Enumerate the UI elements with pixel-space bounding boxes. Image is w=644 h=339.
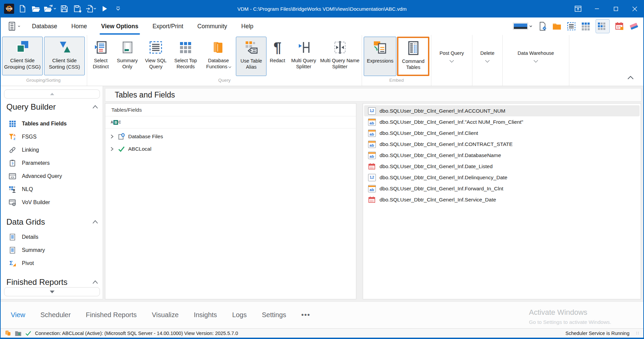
- sidebar-section-finished-reports[interactable]: Finished Reports: [6, 277, 98, 288]
- match-case-abc-icon[interactable]: ABC: [111, 120, 121, 125]
- multi-query-name-splitter-icon: [332, 40, 348, 55]
- bottom-tab-logs[interactable]: Logs: [232, 311, 247, 319]
- field-row[interactable]: dbo.SQLUser_Dbtr_Clnt_Generl_Inf.Date_Li…: [364, 161, 640, 172]
- filter-sort-icon: AZ: [9, 133, 16, 141]
- post-query-dropdown-button[interactable]: Post Query: [431, 35, 472, 86]
- tab-view-options[interactable]: View Options: [94, 17, 146, 35]
- chevron-up-icon: [627, 76, 634, 80]
- navigation-pane-button[interactable]: [4, 17, 25, 35]
- select-top-records-button[interactable]: Select Top Records: [170, 37, 201, 76]
- tree-node-database-files[interactable]: Database Files: [105, 130, 356, 143]
- field-row[interactable]: ab dbo.SQLUser_Dbtr_Clnt_Generl_Inf.Clie…: [364, 127, 640, 139]
- field-label: dbo.SQLUser_Dbtr_Clnt_Generl_Inf.ACCOUNT…: [380, 108, 505, 114]
- bottom-tab-settings[interactable]: Settings: [262, 311, 286, 319]
- sidebar-item-label: Tables and Fields: [22, 121, 67, 127]
- bottom-tab-view[interactable]: View: [11, 311, 25, 319]
- clear-view-button[interactable]: [629, 20, 639, 33]
- tab-community[interactable]: Community: [190, 17, 235, 35]
- grid-view-selected-button[interactable]: [596, 19, 610, 33]
- tab-home[interactable]: Home: [64, 17, 94, 35]
- field-label: dbo.SQLUser_Dbtr_Clnt_Generl_Inf.Databas…: [380, 152, 501, 158]
- field-row[interactable]: ab dbo.SQLUser_Dbtr_Clnt_Generl_Inf."Acc…: [364, 116, 640, 127]
- theme-selector[interactable]: [513, 20, 533, 33]
- tab-help[interactable]: Help: [234, 17, 260, 35]
- view-sql-query-label: View SQL Query: [142, 58, 170, 70]
- sidebar-scroll-up-button[interactable]: [4, 89, 100, 99]
- bottom-tab-more[interactable]: •••: [301, 311, 311, 319]
- tab-export-print[interactable]: Export/Print: [145, 17, 190, 35]
- sidebar-scroll-down-button[interactable]: [4, 287, 100, 296]
- delete-dropdown-button[interactable]: Delete: [472, 35, 503, 86]
- svg-text:A: A: [13, 134, 16, 137]
- sidebar-section-query-builder[interactable]: Query Builder: [6, 102, 98, 112]
- chevron-right-icon[interactable]: [109, 134, 115, 139]
- open-recent-icon: [44, 5, 53, 13]
- bottom-tab-scheduler[interactable]: Scheduler: [40, 311, 71, 319]
- sidebar-item-pivot[interactable]: Σ Pivot: [1, 257, 103, 270]
- open-view-folder-button[interactable]: [552, 20, 562, 33]
- command-tables-button[interactable]: Command Tables: [397, 37, 429, 76]
- window-controls: [569, 0, 644, 17]
- view-settings-button[interactable]: [538, 20, 547, 33]
- sidebar-item-advanced-query[interactable]: <> Advanced Query: [1, 170, 103, 183]
- open-recent-button[interactable]: [44, 2, 57, 15]
- resize-grip[interactable]: ∷: [636, 331, 639, 336]
- sidebar-item-details[interactable]: Details: [1, 231, 103, 243]
- sidebar-item-parameters[interactable]: ? Parameters: [1, 157, 103, 170]
- ribbon-display-options-button[interactable]: [569, 0, 587, 17]
- minimize-button[interactable]: [587, 0, 606, 17]
- multi-query-splitter-button[interactable]: Multi Query Splitter: [288, 37, 319, 76]
- view-sql-query-button[interactable]: View SQL Query: [142, 37, 170, 76]
- select-distinct-button[interactable]: Select Distinct: [89, 37, 113, 76]
- vdm-logo-icon: ⚙VDM: [4, 4, 14, 14]
- sidebar-item-label: Summary: [22, 247, 45, 253]
- sidebar-item-tables-and-fields[interactable]: Tables and Fields: [1, 117, 103, 130]
- sidebar-item-linking[interactable]: Linking: [1, 144, 103, 156]
- new-file-button[interactable]: [17, 2, 28, 15]
- grid-view-button[interactable]: [581, 20, 591, 33]
- field-row[interactable]: ab dbo.SQLUser_Dbtr_Clnt_Generl_Inf.Data…: [364, 150, 640, 161]
- redact-button[interactable]: ¶ Redact: [267, 37, 288, 76]
- data-warehouse-dropdown-button[interactable]: Data Warehouse: [503, 35, 569, 86]
- app-menu-button[interactable]: ⚙VDM: [3, 2, 15, 15]
- sidebar-item-nlq[interactable]: NLQ: [1, 183, 103, 196]
- select-top-records-icon: [179, 40, 193, 54]
- client-side-sorting-button[interactable]: Client Side Sorting (CSS): [44, 37, 85, 75]
- collapse-ribbon-button[interactable]: [627, 75, 634, 81]
- tree-node-abclocal[interactable]: ABCLocal: [105, 143, 356, 155]
- bottom-tab-visualize[interactable]: Visualize: [152, 311, 179, 319]
- multi-query-name-splitter-button[interactable]: Multi Query Name Splitter: [320, 37, 360, 76]
- field-row[interactable]: 1,2 dbo.SQLUser_Dbtr_Clnt_Generl_Inf.Del…: [364, 172, 640, 183]
- database-functions-button[interactable]: Database Functions: [202, 37, 235, 76]
- sidebar-item-fsgs[interactable]: AZ FSGS: [1, 130, 103, 143]
- chevron-right-icon[interactable]: [109, 146, 115, 152]
- use-table-alias-button[interactable]: Use Table Alias: [236, 37, 266, 76]
- client-side-grouping-button[interactable]: Client Side Grouping (CSG): [2, 37, 43, 75]
- chevron-up-icon: [93, 220, 98, 224]
- export-view-button[interactable]: [85, 2, 97, 15]
- sidebar-section-data-grids[interactable]: Data Grids: [6, 217, 98, 227]
- grid-view-selected-icon: [598, 22, 608, 31]
- save-button[interactable]: [59, 2, 70, 15]
- field-row[interactable]: ab dbo.SQLUser_Dbtr_Clnt_Generl_Inf.CONT…: [364, 139, 640, 150]
- bottom-tab-finished-reports[interactable]: Finished Reports: [86, 311, 137, 319]
- close-button[interactable]: [625, 0, 644, 17]
- sidebar-item-vov-builder[interactable]: VoV Builder: [1, 196, 103, 209]
- field-row[interactable]: dbo.SQLUser_Dbtr_Clnt_Generl_Inf.Service…: [364, 194, 640, 205]
- expressions-button[interactable]: Expressions: [364, 37, 396, 76]
- status-bar: Connection: ABCLocal (Active): (Microsof…: [1, 328, 643, 338]
- sidebar-item-summary[interactable]: Summary: [1, 244, 103, 257]
- save-as-button[interactable]: [72, 2, 83, 15]
- tab-database[interactable]: Database: [25, 17, 64, 35]
- section-title: Finished Reports: [6, 277, 67, 287]
- maximize-button[interactable]: [606, 0, 625, 17]
- bottom-tab-insights[interactable]: Insights: [194, 311, 217, 319]
- multi-query-splitter-label: Multi Query Splitter: [288, 58, 319, 70]
- field-label: dbo.SQLUser_Dbtr_Clnt_Generl_Inf.Date_Li…: [380, 163, 493, 170]
- summary-only-button[interactable]: Summary Only: [113, 37, 141, 76]
- field-row[interactable]: 1,2 dbo.SQLUser_Dbtr_Clnt_Generl_Inf.ACC…: [364, 105, 640, 116]
- open-button[interactable]: [30, 2, 42, 15]
- field-row[interactable]: ab dbo.SQLUser_Dbtr_Clnt_Generl_Inf.Forw…: [364, 183, 640, 194]
- scheduler-calendar-button[interactable]: [615, 20, 624, 33]
- report-layout-button[interactable]: [567, 20, 576, 33]
